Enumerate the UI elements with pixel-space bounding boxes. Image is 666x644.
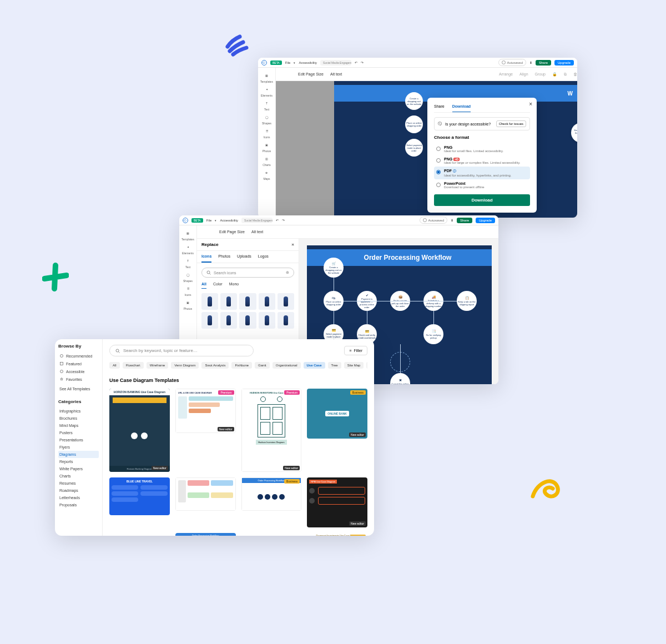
- sidebar-item-recommended[interactable]: Recommended: [58, 352, 99, 360]
- template-card[interactable]: Business Davenport Investments Use Case …: [307, 533, 367, 536]
- sidebar-category-proposals[interactable]: Proposals: [58, 501, 99, 509]
- filter-color[interactable]: Color: [213, 282, 223, 289]
- replace-tab-uploads[interactable]: Uploads: [237, 254, 251, 263]
- rail-maps[interactable]: ⊕Maps: [263, 169, 270, 180]
- sidebar-category-mind-maps[interactable]: Mind Maps: [58, 422, 99, 429]
- sidebar-item-see-all[interactable]: See All Templates: [58, 385, 99, 393]
- sidebar-category-resumes[interactable]: Resumes: [58, 480, 99, 487]
- template-card[interactable]: HORIZON BANKING Use Case Diagram Horizon…: [109, 389, 170, 472]
- template-card[interactable]: BLUE LINE TRAVEL: [109, 477, 170, 515]
- replace-tab-logos[interactable]: Logos: [258, 254, 269, 263]
- template-card[interactable]: Premium URL & DB USE CASE DIAGRAM: [175, 389, 236, 433]
- check-issues-button[interactable]: Check for issues: [496, 120, 526, 127]
- rail-icons[interactable]: ☰Icons: [264, 128, 270, 139]
- flow-node[interactable]: 📋Keep a tab on the shipping report: [457, 291, 477, 311]
- tab-alt-text[interactable]: Alt text: [330, 70, 342, 78]
- template-card[interactable]: Business Order Processing Workflow: [241, 477, 302, 511]
- upgrade-button[interactable]: Upgrade: [554, 60, 574, 66]
- rail-photos[interactable]: ▣Photos: [263, 142, 271, 153]
- arrange-menu[interactable]: Arrange: [499, 70, 513, 78]
- chip-venn-diagram[interactable]: Venn Diagram: [171, 362, 199, 369]
- template-card[interactable]: Business ONLINE BANK New editor: [307, 389, 367, 439]
- chip-swot-analysis[interactable]: Swot Analysis: [201, 362, 229, 369]
- icon-result[interactable]: [220, 293, 237, 310]
- doc-title-crumb[interactable]: Social Media Engageme…: [241, 218, 273, 223]
- group-menu[interactable]: Group: [535, 70, 546, 78]
- tab-download[interactable]: Download: [452, 103, 471, 112]
- flow-node[interactable]: 📑Go for verifying pickup: [423, 324, 443, 344]
- chip-all[interactable]: All: [109, 362, 120, 369]
- rail-shapes[interactable]: ◯Shapes: [183, 271, 193, 283]
- rail-icons[interactable]: ☰Icons: [185, 285, 191, 296]
- lock-icon[interactable]: 🔒: [552, 70, 557, 79]
- download-icon[interactable]: ⬇: [529, 61, 532, 64]
- icon-result[interactable]: [201, 312, 218, 329]
- rail-elements[interactable]: ✦Elements: [261, 86, 273, 97]
- rail-templates[interactable]: ▦Templates: [181, 230, 194, 241]
- sidebar-category-posters[interactable]: Posters: [58, 429, 99, 436]
- download-icon[interactable]: ⬇: [451, 218, 453, 222]
- filter-all[interactable]: All: [201, 282, 206, 289]
- share-button[interactable]: Share: [457, 218, 472, 223]
- chip-wireframe[interactable]: Wireframe: [147, 362, 169, 369]
- tab-share[interactable]: Share: [434, 103, 445, 112]
- rail-elements[interactable]: ✦Elements: [182, 244, 194, 255]
- sidebar-category-reports[interactable]: Reports: [58, 458, 99, 465]
- sidebar-category-brochures[interactable]: Brochures: [58, 415, 99, 422]
- template-search-input[interactable]: Search by keyword, topic or feature…: [109, 345, 254, 356]
- close-icon[interactable]: ×: [291, 242, 294, 247]
- format-option-pdf[interactable]: PDF ⓘIdeal for accessibility, hyperlinks…: [434, 167, 530, 179]
- undo-icon[interactable]: ↶: [276, 218, 279, 222]
- icon-result[interactable]: [220, 312, 237, 329]
- rail-text[interactable]: TText: [264, 100, 270, 111]
- sidebar-item-favorites[interactable]: Favorites: [58, 375, 99, 383]
- chip-fishbone[interactable]: Fishbone: [231, 362, 252, 369]
- chip-flowchart[interactable]: Flowchart: [123, 362, 144, 369]
- rail-photos[interactable]: ▣Photos: [184, 299, 193, 310]
- sidebar-category-white-papers[interactable]: White Papers: [58, 465, 99, 472]
- sidebar-category-letterheads[interactable]: Letterheads: [58, 494, 99, 501]
- upgrade-button[interactable]: Upgrade: [476, 218, 495, 223]
- replace-tab-photos[interactable]: Photos: [218, 254, 230, 263]
- format-option-powerpoint[interactable]: PowerPointDownload to present offline: [434, 179, 530, 191]
- icon-search-input[interactable]: Search icons ⊕: [201, 268, 294, 278]
- icon-result[interactable]: [201, 293, 218, 310]
- filter-mono[interactable]: Mono: [229, 282, 239, 289]
- format-option-png-hd[interactable]: PNGHDIdeal for large or complex files. L…: [434, 155, 530, 167]
- trash-icon[interactable]: 🗑: [573, 70, 577, 78]
- settings-icon[interactable]: ⊕: [286, 270, 289, 275]
- rail-shapes[interactable]: ◯Shapes: [262, 114, 271, 125]
- flow-node[interactable]: ✖Cancel the online order: [390, 373, 410, 384]
- icon-result[interactable]: [278, 312, 294, 329]
- sidebar-category-infographics[interactable]: Infographics: [58, 407, 99, 415]
- menu-accessibility[interactable]: Accessibility: [299, 61, 317, 64]
- chip-organizational[interactable]: Organizational: [273, 362, 301, 369]
- icon-result[interactable]: [239, 293, 256, 310]
- menu-file[interactable]: File: [285, 61, 291, 64]
- doc-title-crumb[interactable]: Social Media Engageme…: [320, 60, 351, 66]
- undo-icon[interactable]: ↶: [355, 61, 357, 64]
- chip-tree[interactable]: Tree: [328, 362, 341, 369]
- sidebar-item-featured[interactable]: Featured: [58, 360, 99, 368]
- sidebar-category-charts[interactable]: Charts: [58, 472, 99, 480]
- filter-button[interactable]: ≡Filter: [344, 346, 367, 355]
- share-button[interactable]: Share: [536, 60, 551, 66]
- sidebar-item-accessible[interactable]: Accessible: [58, 368, 99, 375]
- icon-result[interactable]: [239, 312, 256, 329]
- align-menu[interactable]: Align: [519, 70, 528, 78]
- flow-node[interactable]: 🛍Place an online shopping order: [324, 291, 344, 311]
- replace-tab-icons[interactable]: Icons: [201, 254, 211, 263]
- chip-site-map[interactable]: Site Map: [344, 362, 364, 369]
- sidebar-category-roadmaps[interactable]: Roadmaps: [58, 487, 99, 494]
- tab-edit-page-size[interactable]: Edit Page Size: [298, 70, 324, 78]
- rail-templates[interactable]: ▦Templates: [260, 72, 273, 83]
- template-card[interactable]: RPM Use Case Diagram New editor: [307, 477, 367, 527]
- rail-charts[interactable]: ▥Charts: [263, 155, 271, 167]
- close-icon[interactable]: ×: [529, 101, 532, 107]
- tab-alt-text[interactable]: Alt text: [251, 228, 263, 236]
- icon-result[interactable]: [278, 293, 294, 310]
- sidebar-category-diagrams[interactable]: Diagrams: [58, 451, 99, 458]
- template-card[interactable]: Premium HUDSON INVESTORS Use Case Diagra…: [241, 389, 302, 472]
- format-option-png[interactable]: PNGIdeal for small files. Limited access…: [434, 143, 530, 155]
- chip-use-case[interactable]: Use Case: [304, 362, 325, 369]
